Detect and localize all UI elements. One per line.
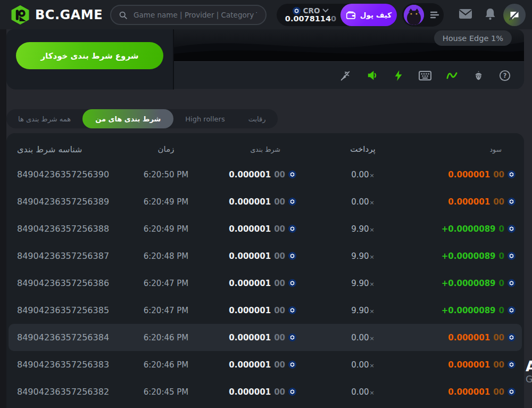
- cro-coin-icon: [288, 252, 296, 260]
- profit-cell: +0.00000890: [429, 251, 516, 261]
- cro-coin-icon: [288, 198, 296, 206]
- bet-id-cell: 84904236357256383: [17, 360, 129, 370]
- game-canvas[interactable]: House Edge 1%: [174, 29, 524, 61]
- game-toolbar: ?: [174, 61, 524, 89]
- bet-controls-panel: شروع شرط بندی خودکار: [6, 29, 173, 89]
- payout-cell: 0.00×: [296, 360, 429, 370]
- bet-amount-cell: 0.00000100: [203, 333, 296, 342]
- bet-id-cell: 84904236357256390: [17, 169, 129, 179]
- left-gutter: [0, 29, 6, 408]
- bet-time-cell: 6:20:50 PM: [129, 170, 203, 179]
- sound-icon[interactable]: [365, 69, 378, 82]
- column-header-id: شناسه شرط بندی: [17, 144, 129, 154]
- bet-id-cell: 84904236357256384: [17, 332, 129, 342]
- profit-cell: 0.00000100: [429, 333, 516, 342]
- currency-code: CRO: [303, 7, 320, 15]
- bet-id-cell: 84904236357256388: [17, 224, 129, 234]
- payout-cell: 0.00×: [296, 170, 429, 179]
- bet-id-cell: 84904236357256389: [17, 197, 129, 207]
- bet-time-cell: 6:20:49 PM: [129, 197, 203, 207]
- table-row[interactable]: 84904236357256383 6:20:46 PM 0.00000100 …: [6, 351, 524, 378]
- wallet-button[interactable]: کیف پول: [340, 4, 397, 26]
- table-row[interactable]: 84904236357256390 6:20:50 PM 0.00000100 …: [6, 161, 524, 188]
- game-card: شروع شرط بندی خودکار House Edge 1%: [6, 29, 524, 89]
- payout-cell: 9.90×: [296, 279, 429, 288]
- currency-selector[interactable]: CRO 0.00781140: [281, 4, 340, 26]
- bcgame-logo-icon: [11, 5, 30, 25]
- profile-pill: [402, 3, 444, 27]
- confetti-off-icon[interactable]: [339, 69, 352, 82]
- turbo-icon[interactable]: [392, 69, 405, 82]
- mail-icon[interactable]: [459, 9, 472, 19]
- cro-coin-icon: [508, 252, 516, 260]
- table-row[interactable]: 84904236357256386 6:20:47 PM 0.00000100 …: [6, 270, 524, 297]
- bets-tab[interactable]: همه شرط بندی ها: [6, 109, 82, 128]
- bcgame-logo[interactable]: BC.GAME: [11, 5, 103, 25]
- bet-amount-cell: 0.00000100: [203, 279, 296, 288]
- table-row[interactable]: 84904236357256384 6:20:46 PM 0.00000100 …: [9, 324, 522, 351]
- column-header-profit: سود: [429, 145, 516, 153]
- table-row[interactable]: 84904236357256385 6:20:47 PM 0.00000100 …: [6, 297, 524, 324]
- avatar[interactable]: [404, 5, 424, 25]
- help-icon[interactable]: ?: [498, 69, 511, 82]
- edge-letter-1: A: [526, 358, 532, 374]
- bets-tab[interactable]: رقابت: [237, 109, 278, 128]
- bet-amount-cell: 0.00000100: [203, 387, 296, 397]
- table-row[interactable]: 84904236357256388 6:20:49 PM 0.00000100 …: [6, 215, 524, 242]
- fairness-icon[interactable]: [472, 69, 485, 82]
- table-row[interactable]: 84904236357256387 6:20:48 PM 0.00000100 …: [6, 242, 524, 270]
- table-header-row: شناسه شرط بندیزمانشرط بندیپرداختسود: [6, 137, 524, 161]
- cro-coin-icon: [508, 306, 516, 314]
- chat-toggle-icon[interactable]: [503, 4, 526, 26]
- cro-coin-icon: [508, 198, 516, 206]
- edge-letter-2: G: [526, 374, 532, 385]
- profit-cell: +0.00000890: [429, 224, 516, 234]
- chevron-down-icon: [322, 9, 329, 13]
- profit-cell: 0.00000100: [429, 197, 516, 207]
- cro-coin-icon: [508, 170, 516, 178]
- bets-table-card: شناسه شرط بندیزمانشرط بندیپرداختسود 8490…: [6, 133, 524, 408]
- bet-amount-cell: 0.00000100: [203, 197, 296, 207]
- game-search: [110, 5, 267, 25]
- bet-id-cell: 84904236357256382: [17, 387, 129, 397]
- bell-icon[interactable]: [484, 7, 496, 21]
- bet-amount-cell: 0.00000100: [203, 360, 296, 370]
- profit-cell: +0.00000890: [429, 279, 516, 288]
- bet-id-cell: 84904236357256386: [17, 278, 129, 288]
- bet-amount-cell: 0.00000100: [203, 170, 296, 179]
- bet-amount-cell: 0.00000100: [203, 251, 296, 261]
- search-input[interactable]: [132, 10, 258, 20]
- svg-text:?: ?: [503, 72, 507, 79]
- bet-id-cell: 84904236357256385: [17, 305, 129, 315]
- table-row[interactable]: 84904236357256389 6:20:49 PM 0.00000100 …: [6, 188, 524, 215]
- table-row[interactable]: 84904236357256382 6:20:45 PM 0.00000100 …: [6, 378, 524, 405]
- game-canvas-area: House Edge 1%: [174, 29, 524, 89]
- payout-cell: 0.00×: [296, 333, 429, 342]
- hotkeys-icon[interactable]: [419, 69, 431, 82]
- cro-coin-icon: [288, 361, 296, 369]
- bet-time-cell: 6:20:47 PM: [129, 279, 203, 288]
- logo-text: BC.GAME: [35, 7, 103, 22]
- bets-tabs: همه شرط بندی هاشرط بندی های منHigh rolle…: [6, 109, 278, 128]
- payout-cell: 9.90×: [296, 306, 429, 315]
- payout-cell: 0.00×: [296, 387, 429, 397]
- house-edge-badge: House Edge 1%: [434, 30, 512, 46]
- cro-coin-icon: [288, 306, 296, 314]
- profit-cell: 0.00000100: [429, 360, 516, 370]
- bet-time-cell: 6:20:46 PM: [129, 360, 203, 370]
- payout-cell: 0.00×: [296, 197, 429, 207]
- live-stats-icon[interactable]: [445, 69, 458, 82]
- start-autobet-button[interactable]: شروع شرط بندی خودکار: [16, 42, 163, 69]
- bets-tab[interactable]: High rollers: [173, 109, 236, 128]
- cro-coin-icon: [288, 225, 296, 233]
- balance-value: 0.00781140: [285, 15, 336, 23]
- profit-cell: +0.00000890: [429, 306, 516, 315]
- search-icon: [119, 11, 128, 20]
- bet-time-cell: 6:20:48 PM: [129, 251, 203, 261]
- right-edge-overlay: A G: [526, 358, 532, 395]
- cro-coin-icon: [508, 225, 516, 233]
- bets-tab[interactable]: شرط بندی های من: [82, 109, 173, 128]
- rank-list-icon[interactable]: [430, 11, 439, 19]
- bet-amount-cell: 0.00000100: [203, 306, 296, 315]
- app-header: BC.GAME CRO 0.00781140: [0, 0, 532, 29]
